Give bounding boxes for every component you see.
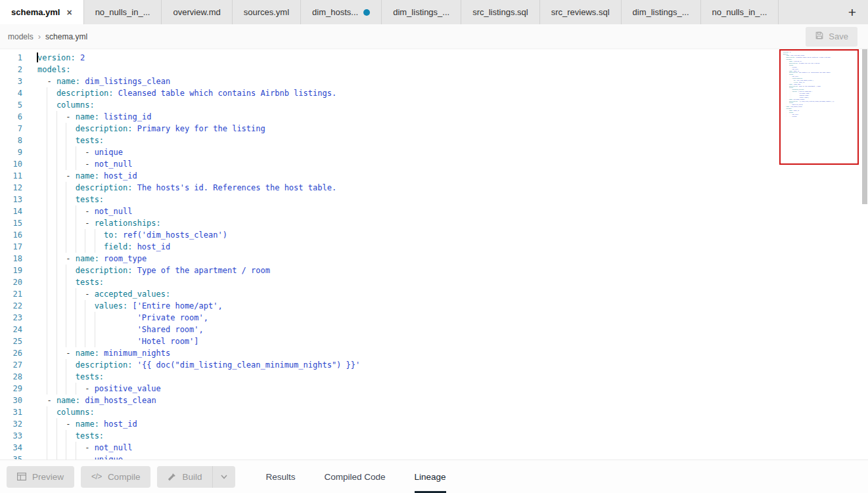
indent-guide (57, 371, 66, 383)
code-line[interactable]: - name: dim_listings_clean (37, 75, 868, 87)
code-line[interactable]: - relationships: (37, 217, 868, 229)
tab-bar: schema.yml×no_nulls_in_...overview.mdsou… (0, 0, 868, 24)
code-line[interactable]: values: ['Entire home/apt', (37, 300, 868, 312)
tab-src-listings-sql[interactable]: src_listings.sql (461, 0, 540, 24)
code-line[interactable]: - name: dim_hosts_clean (37, 395, 868, 406)
indent-guide (57, 146, 66, 158)
indent-guide (47, 182, 56, 194)
bottom-tab-compiled-code[interactable]: Compiled Code (324, 460, 385, 493)
code-content[interactable]: version: 2models:- name: dim_listings_cl… (22, 49, 868, 460)
tab-dim-hosts[interactable]: dim_hosts... (301, 0, 382, 24)
build-dropdown-button[interactable] (212, 466, 235, 488)
code-line[interactable]: - not_null (37, 205, 868, 217)
line-number: 15 (0, 217, 22, 229)
code-line[interactable]: version: 2 (37, 52, 868, 64)
code-line[interactable]: to: ref('dim_hosts_clean') (37, 229, 868, 241)
indent-guide (76, 158, 85, 170)
line-number: 13 (0, 194, 22, 205)
code-line[interactable]: tests: (37, 276, 868, 288)
line-number: 10 (0, 158, 22, 170)
line-number: 9 (0, 146, 22, 158)
tab-label: sources.yml (244, 7, 289, 17)
build-button[interactable]: Build (157, 466, 212, 488)
indent-guide (76, 205, 85, 217)
preview-button-label: Preview (32, 472, 64, 482)
line-number: 26 (0, 347, 22, 359)
code-line[interactable]: 'Private room', (37, 312, 868, 324)
line-number: 18 (0, 253, 22, 265)
indent-guide (66, 158, 75, 170)
tab-no-nulls-in[interactable]: no_nulls_in_... (701, 0, 779, 24)
line-number: 5 (0, 99, 22, 111)
code-line[interactable]: - name: host_id (37, 418, 868, 430)
indent-guide (66, 312, 75, 324)
indent-guide (95, 229, 104, 241)
indent-guide (57, 158, 66, 170)
tab-src-reviews-sql[interactable]: src_reviews.sql (540, 0, 622, 24)
code-line[interactable]: - not_null (37, 442, 868, 454)
code-line[interactable]: tests: (37, 430, 868, 442)
minimap-content: version: 2models:- name: dim_listings_cl… (781, 51, 858, 117)
code-line[interactable]: - accepted_values: (37, 288, 868, 300)
editor-scrollbar[interactable] (862, 49, 867, 204)
code-line[interactable]: - name: listing_id (37, 111, 868, 123)
code-line[interactable]: description: Cleansed table which contai… (37, 87, 868, 99)
minimap[interactable]: version: 2models:- name: dim_listings_cl… (779, 49, 859, 165)
code-icon: </> (91, 472, 102, 481)
breadcrumb-item[interactable]: models (8, 32, 34, 41)
code-line[interactable]: tests: (37, 194, 868, 205)
code-line[interactable]: - not_null (37, 158, 868, 170)
code-line[interactable]: field: host_id (37, 241, 868, 253)
line-number: 27 (0, 359, 22, 371)
indent-guide (47, 99, 56, 111)
code-line[interactable]: - unique (37, 146, 868, 158)
indent-guide (66, 205, 75, 217)
code-line[interactable]: columns: (37, 99, 868, 111)
unsaved-changes-dot (363, 9, 370, 16)
indent-guide (76, 217, 85, 229)
indent-guide (47, 442, 56, 454)
code-line[interactable]: description: '{{ doc("dim_listing_clean_… (37, 359, 868, 371)
line-number: 23 (0, 312, 22, 324)
code-line[interactable]: tests: (37, 135, 868, 146)
code-line[interactable]: - name: host_id (37, 170, 868, 182)
tab-overview-md[interactable]: overview.md (162, 0, 232, 24)
indent-guide (57, 123, 66, 135)
save-button[interactable]: Save (806, 27, 857, 47)
bottom-tab-results[interactable]: Results (265, 460, 295, 493)
code-line[interactable]: - name: minimum_nights (37, 347, 868, 359)
indent-guide (47, 146, 56, 158)
code-line[interactable]: description: The hosts's id. References … (37, 182, 868, 194)
code-editor[interactable]: 1234567891011121314151617181920212223242… (0, 49, 868, 460)
tab-dim-listings[interactable]: dim_listings_... (622, 0, 701, 24)
line-number: 30 (0, 395, 22, 406)
indent-guide (85, 335, 94, 347)
bottom-tab-lineage[interactable]: Lineage (415, 460, 446, 493)
code-line[interactable]: description: Type of the apartment / roo… (37, 265, 868, 276)
code-line[interactable]: - name: room_type (37, 253, 868, 265)
code-line[interactable]: tests: (37, 371, 868, 383)
new-tab-button[interactable]: + (836, 0, 868, 24)
indent-guide (66, 135, 75, 146)
tab-no-nulls-in[interactable]: no_nulls_in_... (84, 0, 162, 24)
code-line[interactable]: 'Hotel room'] (37, 335, 868, 347)
line-number: 24 (0, 324, 22, 335)
tab-schema-yml[interactable]: schema.yml× (0, 0, 84, 24)
indent-guide (47, 158, 56, 170)
code-line[interactable]: columns: (37, 406, 868, 418)
code-line[interactable]: - positive_value (37, 383, 868, 395)
line-number: 3 (0, 75, 22, 87)
code-line[interactable]: - unique (37, 454, 868, 460)
close-tab-icon[interactable]: × (66, 8, 72, 17)
preview-button[interactable]: Preview (7, 466, 74, 488)
code-line[interactable]: 'Shared room', (37, 324, 868, 335)
compile-button[interactable]: </> Compile (81, 466, 150, 488)
tab-dim-listings[interactable]: dim_listings_... (382, 0, 461, 24)
code-line[interactable]: models: (37, 64, 868, 75)
indent-guide (47, 217, 56, 229)
breadcrumb-item[interactable]: schema.yml (45, 32, 87, 41)
indent-guide (57, 454, 66, 460)
code-line[interactable]: description: Primary key for the listing (37, 123, 868, 135)
line-number: 7 (0, 123, 22, 135)
tab-sources-yml[interactable]: sources.yml (233, 0, 301, 24)
